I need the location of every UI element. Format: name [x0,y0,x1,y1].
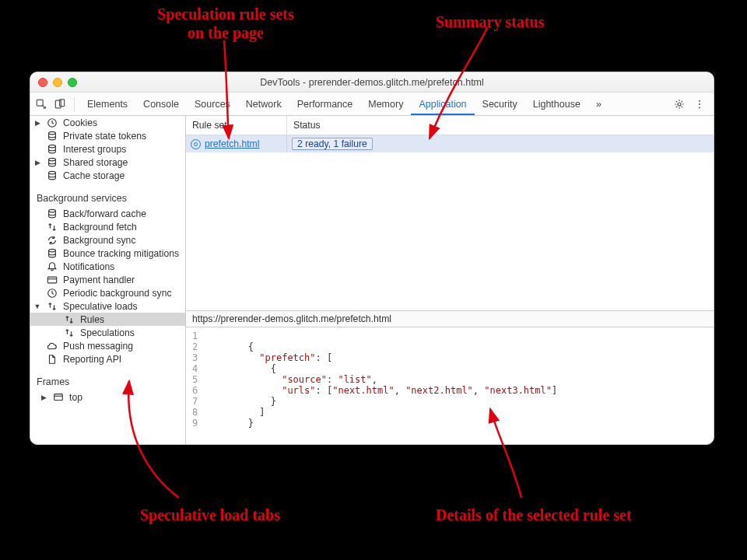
sidebar-item-label: Periodic background sync [63,288,172,299]
sidebar-item-speculative-loads[interactable]: ▼Speculative loads [30,299,185,313]
sidebar-item-label: Shared storage [63,157,128,168]
db-icon [47,170,58,181]
sidebar-item-label: Notifications [63,261,114,272]
frame-icon [53,392,64,403]
db-icon [47,157,58,168]
annotation-details: Details of the selected rule set [436,506,632,524]
arrows-icon [47,222,58,233]
db-icon [47,248,58,259]
window-title: DevTools - prerender-demos.glitch.me/pre… [30,77,714,88]
chevron-icon[interactable]: ▶ [33,159,41,166]
sidebar-item-label: Payment handler [63,275,135,285]
sidebar-item-label: Rules [80,314,104,325]
tab-memory[interactable]: Memory [360,93,411,115]
db-icon [47,131,58,142]
sidebar-item-private-state-tokens[interactable]: Private state tokens [30,129,185,142]
svg-point-3 [678,102,681,105]
settings-icon[interactable] [673,98,686,110]
bell-icon [47,261,58,272]
inspect-icon[interactable] [35,98,47,110]
menu-icon[interactable] [693,98,706,110]
card-icon [47,275,58,285]
sidebar-item-back-forward-cache[interactable]: Back/forward cache [30,207,185,220]
tabs-overflow[interactable]: » [588,93,609,115]
sidebar-item-bounce-tracking-mitigations[interactable]: Bounce tracking mitigations [30,247,185,260]
sidebar-item-notifications[interactable]: Notifications [30,260,185,273]
sidebar-item-label: Cookies [63,117,97,128]
sidebar-item-interest-groups[interactable]: Interest groups [30,142,185,156]
sidebar-item-top[interactable]: ▶top [37,390,185,404]
sidebar-item-label: Reporting API [63,354,121,365]
ruleset-url: https://prerender-demos.glitch.me/prefet… [186,310,714,327]
sync-icon [47,235,58,246]
svg-point-10 [49,158,56,161]
ruleset-row[interactable]: prefetch.html 2 ready, 1 failure [186,135,714,152]
code-gutter: 1 2 3 4 5 6 7 8 9 [192,331,209,438]
svg-point-8 [49,131,56,135]
sidebar-item-periodic-background-sync[interactable]: Periodic background sync [30,286,185,299]
sidebar-item-label: Interest groups [63,144,126,155]
sidebar-item-label: Cache storage [63,170,124,181]
sidebar-heading-frames: Frames [30,372,185,390]
sidebar-heading-background: Background services [30,188,185,207]
arrows-icon [64,327,75,338]
svg-point-5 [699,103,700,105]
sidebar-item-shared-storage[interactable]: ▶Shared storage [30,156,185,169]
sidebar-item-label: Speculative loads [63,301,138,312]
titlebar: DevTools - prerender-demos.glitch.me/pre… [30,72,714,93]
svg-point-6 [699,107,700,108]
clock-icon [47,288,58,299]
devtools-tab-strip: ElementsConsoleSourcesNetworkPerformance… [30,93,714,116]
status-chip[interactable]: 2 ready, 1 failure [292,138,373,150]
arrows-icon [47,301,58,312]
code-source: { "prefetch": [ { "source": "list", "url… [209,331,557,438]
tab-security[interactable]: Security [475,93,525,115]
col-status: Status [287,116,714,135]
rules-table: Rule set Status prefetch.html 2 ready, 1… [186,116,714,310]
sidebar-item-payment-handler[interactable]: Payment handler [30,273,185,286]
tab-application[interactable]: Application [411,93,474,115]
arrows-icon [64,314,75,325]
cloud-icon [47,341,58,352]
sidebar-item-push-messaging[interactable]: Push messaging [30,339,185,352]
chevron-icon[interactable]: ▶ [40,394,47,401]
chevron-icon[interactable]: ▶ [33,119,41,127]
sidebar-item-reporting-api[interactable]: Reporting API [30,352,185,366]
sidebar-item-label: Push messaging [63,341,133,352]
annotation-summary-status: Summary status [436,12,544,31]
sidebar-item-background-fetch[interactable]: Background fetch [30,220,185,233]
svg-rect-16 [54,394,63,400]
tab-sources[interactable]: Sources [187,93,238,115]
svg-point-12 [49,209,56,212]
sidebar-item-label: top [69,392,82,403]
svg-point-9 [49,145,56,148]
chevron-icon[interactable]: ▼ [33,303,41,310]
sidebar-item-cookies[interactable]: ▶Cookies [30,116,185,129]
sidebar-item-background-sync[interactable]: Background sync [30,233,185,247]
sidebar-item-label: Background sync [63,235,136,246]
sidebar-item-label: Bounce tracking mitigations [63,248,179,259]
code-viewer: 1 2 3 4 5 6 7 8 9 { "prefetch": [ { "sou… [186,327,714,444]
rules-pane: Rule set Status prefetch.html 2 ready, 1… [186,116,714,444]
svg-point-4 [699,100,700,101]
annotation-speculative-tabs: Speculative load tabs [140,506,280,524]
sidebar-item-rules[interactable]: Rules [30,313,185,326]
sidebar-item-label: Private state tokens [63,131,146,142]
sidebar-item-cache-storage[interactable]: Cache storage [30,169,185,182]
col-ruleset: Rule set [186,116,287,135]
tab-console[interactable]: Console [135,93,187,115]
tab-lighthouse[interactable]: Lighthouse [525,93,588,115]
clock-icon [47,117,58,128]
db-icon [47,208,58,219]
tab-elements[interactable]: Elements [79,93,135,115]
device-toggle-icon[interactable] [54,98,66,110]
sidebar-item-speculations[interactable]: Speculations [30,326,185,339]
tab-performance[interactable]: Performance [289,93,361,115]
svg-point-11 [49,171,56,174]
sidebar-item-label: Speculations [80,327,135,338]
tab-network[interactable]: Network [238,93,289,115]
application-sidebar: ▶CookiesPrivate state tokensInterest gro… [30,116,186,444]
annotation-rule-sets: Speculation rule sets on the page [124,5,327,42]
sidebar-item-label: Background fetch [63,222,137,233]
devtools-window: DevTools - prerender-demos.glitch.me/pre… [30,72,714,445]
